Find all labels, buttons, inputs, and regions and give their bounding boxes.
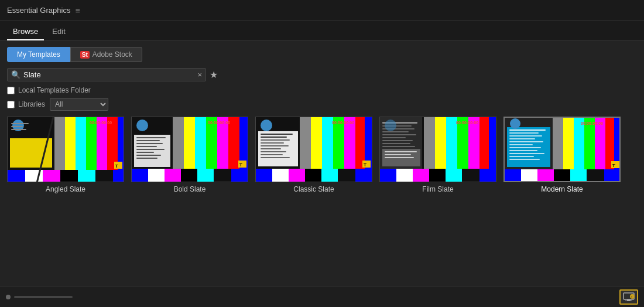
- svg-rect-56: [311, 117, 322, 169]
- svg-rect-85: [424, 117, 435, 169]
- template-thumb-modern-slate: 00:00:00:00 T: [503, 117, 621, 182]
- svg-rect-137: [509, 141, 543, 142]
- svg-rect-106: [382, 137, 406, 138]
- svg-rect-135: [509, 135, 542, 137]
- svg-rect-111: [385, 151, 417, 152]
- svg-rect-31: [228, 117, 239, 169]
- svg-text:T: T: [115, 163, 118, 169]
- svg-rect-66: [305, 169, 321, 182]
- libraries-checkbox[interactable]: [7, 101, 15, 108]
- svg-rect-68: [338, 169, 355, 182]
- svg-rect-99: [479, 169, 496, 182]
- svg-rect-26: [173, 117, 184, 169]
- svg-rect-27: [184, 117, 195, 169]
- svg-rect-71: [261, 134, 293, 135]
- svg-text:00:00:00:00: 00:00:00:00: [456, 121, 478, 125]
- panel-header: Essential Graphics ≡: [0, 0, 644, 21]
- svg-rect-1: [54, 117, 65, 170]
- svg-rect-119: [574, 118, 584, 169]
- svg-rect-149: [627, 299, 631, 301]
- svg-rect-139: [509, 147, 541, 148]
- new-layer-button[interactable]: ↑: [619, 289, 638, 305]
- svg-rect-86: [435, 117, 446, 169]
- tabs-bar: Browse Edit: [0, 21, 644, 41]
- search-input[interactable]: [23, 70, 195, 79]
- template-thumb-classic-slate: 00:00:00:00 T: [255, 117, 372, 182]
- scroll-track: [14, 296, 73, 298]
- svg-rect-120: [584, 118, 595, 169]
- menu-icon[interactable]: ≡: [75, 6, 80, 15]
- svg-rect-138: [509, 144, 533, 145]
- svg-rect-16: [10, 138, 52, 168]
- clear-search-button[interactable]: ×: [197, 70, 202, 79]
- svg-rect-141: [509, 153, 544, 154]
- svg-rect-140: [509, 150, 537, 151]
- adobe-stock-button[interactable]: St Adobe Stock: [70, 47, 142, 62]
- template-thumb-angled-slate: 00:00:00:00 T: [7, 117, 124, 182]
- svg-rect-129: [570, 169, 587, 182]
- svg-text:00:00:00:00: 00:00:00:00: [581, 121, 603, 125]
- svg-rect-35: [148, 169, 165, 182]
- svg-rect-78: [261, 154, 283, 155]
- svg-rect-59: [344, 117, 355, 169]
- svg-rect-15: [113, 170, 124, 182]
- templates-grid: 00:00:00:00 T Angled Slate: [7, 117, 637, 193]
- template-item-classic-slate[interactable]: 00:00:00:00 T Classic Slate: [255, 117, 372, 193]
- svg-rect-95: [413, 169, 429, 182]
- libraries-dropdown[interactable]: All: [50, 98, 108, 111]
- svg-rect-22: [11, 126, 23, 127]
- my-templates-button[interactable]: My Templates: [7, 47, 70, 62]
- svg-rect-74: [261, 142, 284, 144]
- svg-rect-79: [261, 157, 290, 158]
- template-item-bold-slate[interactable]: 00:00:00:00 T Bold Slate: [131, 117, 248, 193]
- svg-text:T: T: [364, 162, 366, 168]
- svg-rect-143: [509, 159, 540, 160]
- svg-rect-77: [261, 151, 286, 152]
- template-name-bold-slate: Bold Slate: [174, 185, 206, 193]
- local-templates-checkbox[interactable]: [7, 87, 15, 94]
- svg-rect-75: [261, 145, 289, 146]
- svg-text:T: T: [612, 163, 615, 168]
- svg-rect-40: [231, 169, 248, 182]
- template-thumb-bold-slate: 00:00:00:00 T: [131, 117, 248, 182]
- svg-rect-73: [261, 139, 290, 141]
- svg-rect-130: [587, 169, 604, 182]
- svg-text:↑: ↑: [631, 295, 633, 298]
- template-item-modern-slate[interactable]: 00:00:00:00 T Modern Slate: [503, 117, 621, 193]
- svg-rect-57: [322, 117, 333, 169]
- svg-rect-11: [43, 170, 60, 182]
- tab-edit[interactable]: Edit: [46, 23, 71, 40]
- main-content: My Templates St Adobe Stock 🔍 × ★ Local …: [0, 41, 644, 307]
- svg-rect-104: [382, 131, 409, 132]
- template-name-classic-slate: Classic Slate: [293, 185, 334, 193]
- svg-rect-13: [78, 170, 95, 182]
- svg-rect-5: [97, 117, 107, 170]
- svg-rect-108: [382, 143, 410, 144]
- svg-rect-21: [11, 123, 29, 124]
- svg-rect-43: [136, 140, 160, 141]
- svg-rect-97: [446, 169, 462, 182]
- svg-rect-47: [136, 152, 154, 153]
- local-templates-label[interactable]: Local Templates Folder: [7, 86, 91, 94]
- svg-rect-58: [333, 117, 344, 169]
- svg-text:00:00:00:00: 00:00:00:00: [90, 121, 112, 125]
- libraries-label[interactable]: Libraries: [7, 100, 45, 108]
- svg-rect-28: [195, 117, 206, 169]
- svg-rect-37: [181, 169, 197, 182]
- template-item-film-slate[interactable]: 00:00:00:00 Film Slate: [379, 117, 496, 193]
- svg-rect-105: [382, 134, 416, 135]
- svg-rect-39: [214, 169, 231, 182]
- svg-rect-72: [261, 137, 287, 138]
- favorites-star-icon[interactable]: ★: [210, 69, 218, 80]
- tab-browse[interactable]: Browse: [7, 23, 44, 40]
- template-item-angled-slate[interactable]: 00:00:00:00 T Angled Slate: [7, 117, 124, 193]
- svg-rect-133: [509, 129, 546, 131]
- svg-rect-29: [206, 117, 217, 169]
- svg-rect-14: [95, 170, 113, 182]
- svg-rect-12: [60, 170, 78, 182]
- source-buttons-group: My Templates St Adobe Stock: [7, 47, 637, 62]
- bottom-bar: ↑: [0, 286, 644, 307]
- svg-text:T: T: [239, 162, 242, 168]
- svg-rect-42: [136, 137, 166, 138]
- svg-rect-90: [479, 117, 489, 169]
